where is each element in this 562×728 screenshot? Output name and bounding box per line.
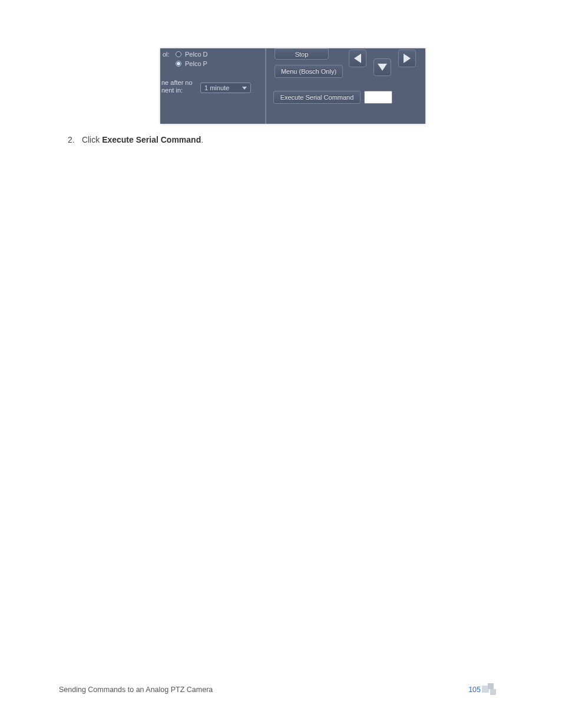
brand-logo-icon: [482, 683, 498, 696]
idle-timeout-label: ne after no nent in:: [161, 79, 193, 94]
ptz-control-panel: Stop Menu (Bosch Only) Execute Serial Co…: [267, 48, 425, 124]
ptz-right-button[interactable]: [398, 50, 416, 67]
stop-button[interactable]: Stop: [275, 48, 329, 60]
idle-timeout-value: 1 minute: [204, 84, 229, 91]
radio-pelco-d[interactable]: [176, 51, 181, 57]
radio-pelco-p[interactable]: [176, 61, 181, 67]
ptz-left-button[interactable]: [349, 50, 366, 67]
protocol-label-fragment: ol:: [163, 51, 170, 58]
page-number: 105: [468, 686, 481, 694]
step-text-bold: Execute Serial Command: [102, 135, 201, 144]
radio-pelco-d-label: Pelco D: [185, 51, 208, 58]
menu-bosch-button[interactable]: Menu (Bosch Only): [275, 65, 343, 78]
step-text-post: .: [201, 135, 203, 144]
stop-button-label: Stop: [295, 51, 309, 58]
ptz-settings-screenshot: ol: Pelco D Pelco P ne after no nent in:…: [160, 48, 425, 124]
chevron-down-icon: [242, 87, 247, 90]
step-number: 2.: [68, 135, 80, 144]
idle-label-line2: nent in:: [161, 87, 193, 94]
arrow-left-icon: [354, 54, 361, 63]
page-footer: Sending Commands to an Analog PTZ Camera…: [0, 686, 562, 697]
menu-button-label: Menu (Bosch Only): [281, 68, 336, 75]
ptz-down-button[interactable]: [373, 58, 391, 76]
serial-command-input[interactable]: [364, 91, 392, 104]
protocol-panel: ol: Pelco D Pelco P ne after no nent in:…: [160, 48, 266, 124]
idle-timeout-dropdown[interactable]: 1 minute: [200, 83, 251, 93]
radio-pelco-p-label: Pelco P: [185, 60, 207, 67]
execute-button-label: Execute Serial Command: [280, 94, 354, 101]
idle-label-line1: ne after no: [161, 79, 193, 87]
footer-title: Sending Commands to an Analog PTZ Camera: [59, 686, 213, 694]
arrow-down-icon: [378, 64, 387, 71]
execute-serial-command-button[interactable]: Execute Serial Command: [273, 91, 361, 104]
radio-pelco-d-row[interactable]: ol: Pelco D: [160, 50, 265, 59]
instruction-step-2: 2. Click Execute Serial Command.: [68, 135, 203, 144]
arrow-right-icon: [404, 54, 411, 63]
radio-pelco-p-row[interactable]: Pelco P: [160, 59, 265, 68]
step-text-pre: Click: [82, 135, 102, 144]
